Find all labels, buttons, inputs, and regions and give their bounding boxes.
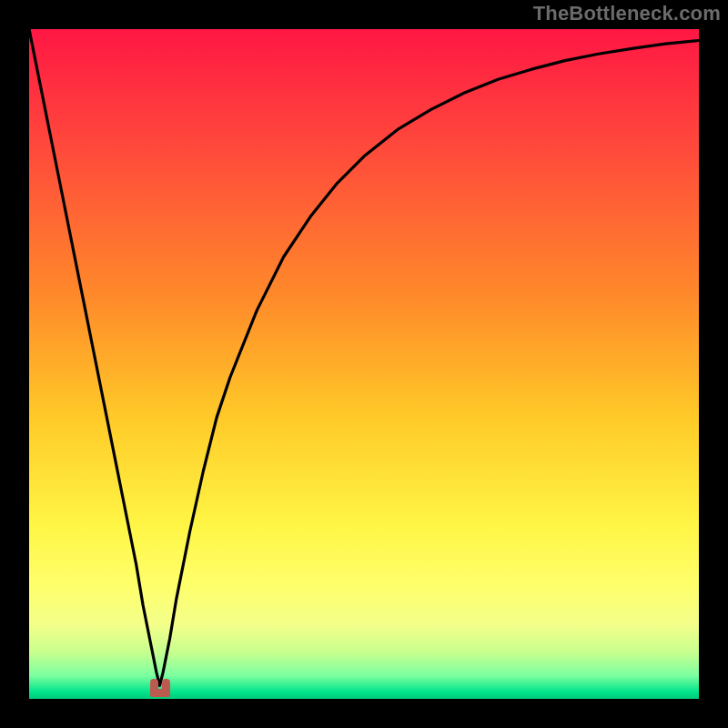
plot-area xyxy=(29,29,699,699)
bottleneck-curve xyxy=(29,29,699,699)
chart-frame: TheBottleneck.com xyxy=(0,0,728,728)
watermark-text: TheBottleneck.com xyxy=(533,2,721,25)
optimum-marker-icon xyxy=(150,679,170,697)
